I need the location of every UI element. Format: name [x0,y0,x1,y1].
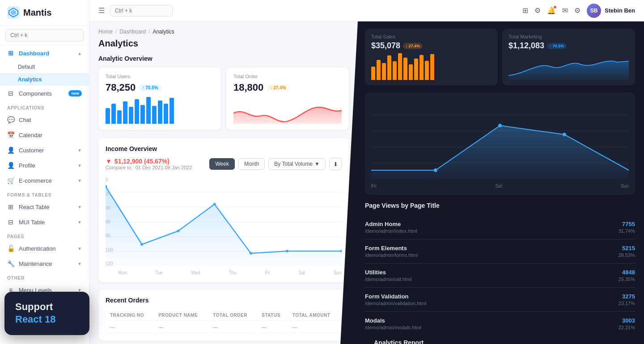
analytic-overview-title: Analytic Overview [98,55,349,62]
pv-left: Admin Home /demo/admin/index.html [365,221,417,234]
dashboard-icon: ⊞ [7,50,14,57]
breadcrumb-dashboard[interactable]: Dashboard [119,29,146,35]
support-highlight: React 18 [15,313,79,326]
pv-name: Form Elements [365,245,418,252]
sidebar-item-calendar[interactable]: 📅 Calendar [0,127,89,143]
sidebar-item-customer[interactable]: 👤 Customer ▼ [0,143,89,158]
topbar-right: ⊞ ⚙ 🔔 ✉ ⚙ SB Stebin Ben [522,4,635,18]
month-button[interactable]: Month [238,158,265,170]
x-axis: Mon Tue Wed Thu Fri Sat Sun [106,270,342,275]
components-new-badge: new [68,90,82,96]
sidebar-item-dashboard[interactable]: ⊞ Dashboard ▲ [0,46,89,61]
income-value: ▼ $1,12,900 (45.67%) [106,158,192,165]
menu-toggle-icon[interactable]: ☰ [98,6,105,15]
total-sales-badge: ↓ 27.4% [403,43,423,49]
settings-icon[interactable]: ⚙ [534,6,541,15]
pv-right: 3275 23.17% [619,293,635,306]
stat-card-total-users: Total Users 78,250 ↑ 70.5% [98,67,221,130]
topbar-search-input[interactable] [110,5,173,17]
support-react18-popup[interactable]: Support React 18 [4,292,89,335]
section-other: Other [0,271,89,282]
col-tracking: Tracking No [106,310,154,321]
auth-chevron: ▼ [77,246,82,251]
breadcrumb-home[interactable]: Home [98,29,113,35]
components-icon: ⊟ [7,90,14,97]
customer-label: Customer [19,147,44,154]
right-panel: Total Sales $35,078 ↓ 27.4% [340,21,644,344]
mui-table-icon: ⊟ [7,218,14,226]
svg-point-20 [498,124,502,127]
pv-right: 7755 31.74% [619,221,635,234]
total-order-label: Total Order [233,74,342,79]
authentication-label: Authentication [19,245,55,252]
total-users-badge: ↑ 70.5% [139,84,161,91]
svg-point-10 [177,230,179,232]
income-controls: Week Month By Total Volume ▼ ⬇ [209,158,342,170]
pv-name: Modals [365,317,421,324]
download-icon[interactable]: ⬇ [329,158,342,170]
sidebar-sub-analytics[interactable]: Analytics [0,73,89,86]
pv-right: 5215 28.53% [619,245,635,258]
pv-left: Utilities /demo/admin/util.html [365,269,412,282]
gear-icon[interactable]: ⚙ [574,6,580,15]
income-overview-card: Income Overview ▼ $1,12,900 (45.67%) Com… [98,138,349,282]
sidebar-search-container [0,25,89,46]
svg-point-9 [140,243,143,246]
sidebar-logo: Mantis [0,0,89,25]
total-marketing-chart [508,53,629,80]
total-users-value: 78,250 [106,82,136,93]
sidebar-item-react-table[interactable]: ⊞ React Table ▼ [0,199,89,214]
avatar-circle: SB [587,4,601,18]
pv-pct: 25.35% [619,277,635,282]
notification-icon[interactable]: 🔔 [547,6,556,15]
pv-left: Form Validation /demo/admin/validation.h… [365,293,426,306]
total-order-value: 18,800 [233,82,263,93]
react-table-chevron: ▼ [77,205,82,210]
sidebar-item-components[interactable]: ⊟ Components new [0,86,89,101]
pv-left: Modals /demo/admin/modals.html [365,317,421,330]
mail-icon[interactable]: ✉ [562,6,568,15]
calendar-label: Calendar [19,132,42,138]
sidebar-item-mui-table[interactable]: ⊟ MUI Table ▼ [0,214,89,230]
sidebar-item-authentication[interactable]: 🔓 Authentication ▼ [0,241,89,256]
income-title: Income Overview [106,145,342,152]
main-content: Home / Dashboard / Analytics Analytics A… [89,21,644,344]
chat-label: Chat [19,117,31,123]
pv-pct: 28.53% [619,252,635,258]
pv-name: Form Validation [365,293,426,300]
volume-select[interactable]: By Total Volume ▼ [268,158,326,170]
topbar-username: Stebin Ben [605,7,635,14]
sidebar-search-input[interactable] [5,29,84,42]
grid-icon[interactable]: ⊞ [522,6,528,15]
profile-chevron: ▼ [77,163,82,168]
pv-count: 3003 [619,317,635,324]
week-button[interactable]: Week [209,158,234,170]
pv-right: 4848 25.35% [619,269,635,282]
sidebar-item-maintenance[interactable]: 🔧 Maintenance ▼ [0,256,89,271]
calendar-icon: 📅 [7,131,14,138]
col-status: Status [258,310,288,321]
dark-chart-card: Fri Sat Sun [365,92,635,195]
total-order-chart [233,97,342,124]
sidebar-sub-default[interactable]: Default [0,61,89,73]
y-axis: 120 100 80 60 40 20 0 [106,177,118,266]
pv-count: 3275 [619,293,635,300]
total-order-badge: ↓ 27.4% [267,84,289,91]
svg-point-13 [286,250,288,252]
svg-point-19 [434,168,437,172]
dark-stat-total-sales: Total Sales $35,078 ↓ 27.4% [365,29,498,85]
section-applications: Applications [0,101,89,112]
ecommerce-chevron: ▼ [77,178,82,183]
sidebar-item-profile[interactable]: 👤 Profile ▼ [0,158,89,173]
topbar: ☰ ⊞ ⚙ 🔔 ✉ ⚙ SB Stebin Ben [89,0,644,21]
pv-name: Utilities [365,269,412,276]
income-chart-wrapper: 120 100 80 60 40 20 0 [106,177,342,275]
sidebar-item-chat[interactable]: 💬 Chat [0,112,89,127]
total-marketing-label: Total Marketing [508,34,629,39]
left-panel: Home / Dashboard / Analytics Analytics A… [89,21,358,344]
table-row: — — — — — [106,322,341,333]
sidebar-item-ecommerce[interactable]: 🛒 E-commerce ▼ [0,173,89,188]
user-avatar[interactable]: SB Stebin Ben [587,4,635,18]
total-sales-label: Total Sales [371,34,491,39]
total-sales-chart [371,53,491,80]
